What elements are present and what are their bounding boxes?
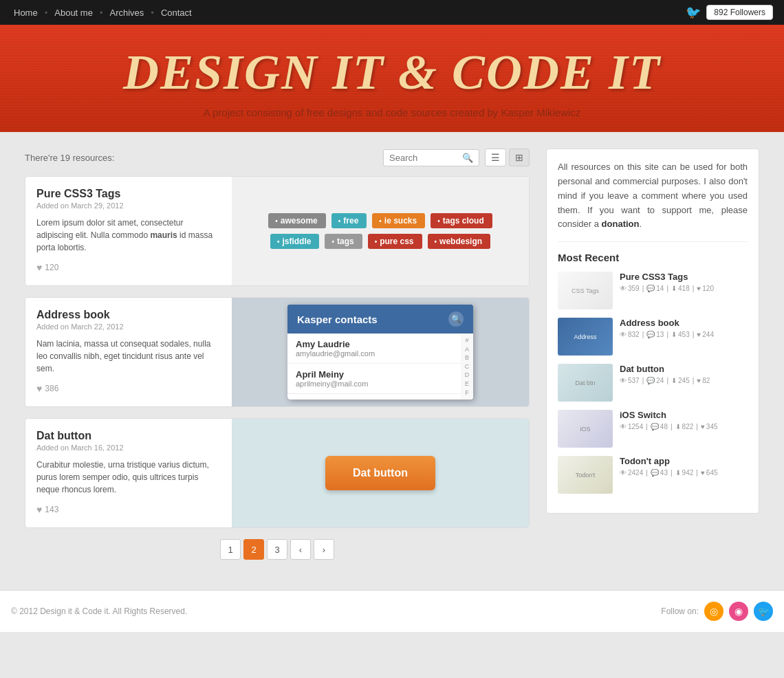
card-pure-css3-tags: Pure CSS3 Tags Added on March 29, 2012 L…	[25, 176, 530, 286]
recent-info-address: Address book 👁 832 | 💬 13 | ⬇ 453 | ♥ 24…	[620, 318, 748, 338]
likes-count-address: 386	[45, 384, 58, 393]
recent-title-address[interactable]: Address book	[620, 318, 748, 328]
address-book-header: Kasper contacts 🔍	[287, 305, 473, 333]
site-header: DESIGN IT & CODE IT A project consisting…	[0, 25, 784, 132]
search-icon: 🔍	[462, 153, 473, 163]
recent-info-dat: Dat button 👁 537 | 💬 24 | ⬇ 245 | ♥ 82	[620, 364, 748, 384]
controls: 🔍 ☰ ⊞	[383, 149, 530, 166]
likes-count-dat: 143	[45, 505, 58, 514]
address-entry-amy[interactable]: Amy Laudrie amylaudrie@gmail.com	[287, 333, 461, 364]
nav-about[interactable]: About me	[52, 8, 96, 18]
twitter-follow-button[interactable]: 🐦	[754, 602, 773, 621]
downloads-todon: ⬇ 942	[675, 469, 694, 477]
nav-contact[interactable]: Contact	[158, 8, 195, 18]
card-date-address: Added on March 22, 2012	[36, 322, 221, 331]
views-address: 👁 832	[620, 331, 640, 338]
views-todon: 👁 2424	[620, 469, 643, 477]
recent-item-ios: iOS iOS Switch 👁 1254 | 💬 48 | ⬇ 822 | ♥…	[558, 410, 748, 448]
nav-sep-1: •	[45, 8, 48, 18]
contact-email-april: aprilmeiny@mail.com	[296, 380, 453, 388]
address-search-icon[interactable]: 🔍	[448, 311, 464, 327]
view-toggle: ☰ ⊞	[485, 149, 530, 166]
recent-title-ios[interactable]: iOS Switch	[620, 410, 748, 420]
card-date-tags: Added on March 29, 2012	[36, 201, 221, 210]
likes-address: ♥ 244	[697, 331, 714, 338]
card-preview-dat: Dat button	[232, 419, 529, 527]
main-content: There're 19 resources: 🔍 ☰ ⊞ Pure CSS3 T…	[14, 132, 770, 576]
recent-stats-tags: 👁 359 | 💬 14 | ⬇ 418 | ♥ 120	[620, 285, 748, 292]
site-title: DESIGN IT & CODE IT	[0, 45, 784, 100]
recent-item-tags: CSS Tags Pure CSS3 Tags 👁 359 | 💬 14 | ⬇…	[558, 272, 748, 309]
nav-archives[interactable]: Archives	[107, 8, 146, 18]
contact-name-amy: Amy Laudrie	[296, 339, 453, 349]
sidebar-donation-link[interactable]: donation	[602, 219, 640, 229]
top-bar: There're 19 resources: 🔍 ☰ ⊞	[25, 149, 530, 166]
rss-follow-button[interactable]: ◎	[704, 602, 723, 621]
tag-free[interactable]: free	[331, 213, 367, 228]
tag-awesome[interactable]: awesome	[268, 213, 326, 228]
recent-title-todon[interactable]: Todon't app	[620, 456, 748, 466]
recent-thumb-todon: Todon't	[558, 456, 613, 494]
resource-count: There're 19 resources:	[25, 153, 114, 163]
tag-iesucks[interactable]: ie sucks	[372, 213, 425, 228]
right-sidebar: All resources on this site can be used f…	[546, 149, 759, 560]
card-title-dat: Dat button	[36, 430, 221, 442]
recent-thumb-address: Address	[558, 318, 613, 356]
navbar: Home • About me • Archives • Contact 🐦 8…	[0, 0, 784, 25]
site-subtitle: A project consisting of free designs and…	[0, 107, 784, 118]
tag-webdesign[interactable]: webdesign	[428, 234, 491, 249]
heart-icon-address: ♥	[36, 383, 42, 394]
sidebar-divider	[558, 241, 748, 242]
card-preview-address: Kasper contacts 🔍 Amy Laudrie amylaudrie…	[232, 298, 529, 406]
list-view-button[interactable]: ☰	[485, 149, 506, 166]
next-page-button[interactable]: ›	[314, 539, 334, 560]
recent-info-ios: iOS Switch 👁 1254 | 💬 48 | ⬇ 822 | ♥ 345	[620, 410, 748, 430]
card-left-tags: Pure CSS3 Tags Added on March 29, 2012 L…	[25, 177, 232, 285]
card-left-address: Address book Added on March 22, 2012 Nam…	[25, 298, 232, 406]
search-input[interactable]	[389, 153, 462, 163]
prev-page-button[interactable]: ‹	[290, 539, 311, 560]
views-tags: 👁 359	[620, 285, 640, 292]
recent-thumb-dat: Dat btn	[558, 364, 613, 402]
search-box[interactable]: 🔍	[383, 149, 479, 166]
recent-title-dat[interactable]: Dat button	[620, 364, 748, 374]
address-preview-container: Kasper contacts 🔍 Amy Laudrie amylaudrie…	[232, 298, 529, 406]
card-desc-dat: Curabitur molestie, urna tristique variu…	[36, 459, 221, 496]
card-likes-dat: ♥ 143	[36, 504, 221, 515]
downloads-tags: ⬇ 418	[671, 285, 690, 292]
page-3-button[interactable]: 3	[267, 539, 287, 560]
dat-button-demo[interactable]: Dat button	[325, 456, 435, 490]
comments-ios: 💬 48	[651, 423, 668, 430]
footer-follow-label: Follow on:	[661, 606, 699, 616]
contact-email-amy: amylaudrie@gmail.com	[296, 349, 453, 358]
site-footer: © 2012 Design it & Code it. All Rights R…	[0, 590, 784, 632]
recent-item-dat: Dat btn Dat button 👁 537 | 💬 24 | ⬇ 245 …	[558, 364, 748, 402]
tag-tagscloud[interactable]: tags cloud	[431, 213, 492, 228]
page-2-button[interactable]: 2	[243, 539, 264, 560]
recent-item-address: Address Address book 👁 832 | 💬 13 | ⬇ 45…	[558, 318, 748, 356]
left-column: There're 19 resources: 🔍 ☰ ⊞ Pure CSS3 T…	[25, 149, 530, 560]
card-likes-tags: ♥ 120	[36, 262, 221, 273]
address-book-title: Kasper contacts	[297, 314, 378, 325]
card-address-book: Address book Added on March 22, 2012 Nam…	[25, 297, 530, 407]
address-entry-april[interactable]: April Meiny aprilmeiny@mail.com	[287, 364, 461, 394]
followers-button[interactable]: 892 Followers	[706, 5, 773, 20]
footer-follow-section: Follow on: ◎ ◉ 🐦	[661, 602, 773, 621]
page-1-button[interactable]: 1	[220, 539, 241, 560]
sidebar-about-box: All resources on this site can be used f…	[546, 149, 759, 514]
downloads-address: ⬇ 453	[671, 331, 690, 338]
address-alpha-index: # A B C D E F	[461, 333, 473, 400]
address-book-list: Amy Laudrie amylaudrie@gmail.com April M…	[287, 333, 461, 400]
tag-tags[interactable]: tags	[325, 234, 362, 249]
dribbble-follow-button[interactable]: ◉	[729, 602, 748, 621]
card-date-dat: Added on March 16, 2012	[36, 444, 221, 452]
card-title-tags: Pure CSS3 Tags	[36, 188, 221, 200]
sidebar-about-text: All resources on this site can be used f…	[558, 160, 748, 232]
nav-home[interactable]: Home	[11, 8, 41, 18]
recent-title-tags[interactable]: Pure CSS3 Tags	[620, 272, 748, 282]
tag-jsfiddle[interactable]: jsfiddle	[270, 234, 320, 249]
grid-view-button[interactable]: ⊞	[509, 149, 530, 166]
tag-purecss[interactable]: pure css	[368, 234, 422, 249]
twitter-follow-section: 🐦 892 Followers	[686, 5, 773, 20]
nav-sep-3: •	[151, 8, 154, 18]
